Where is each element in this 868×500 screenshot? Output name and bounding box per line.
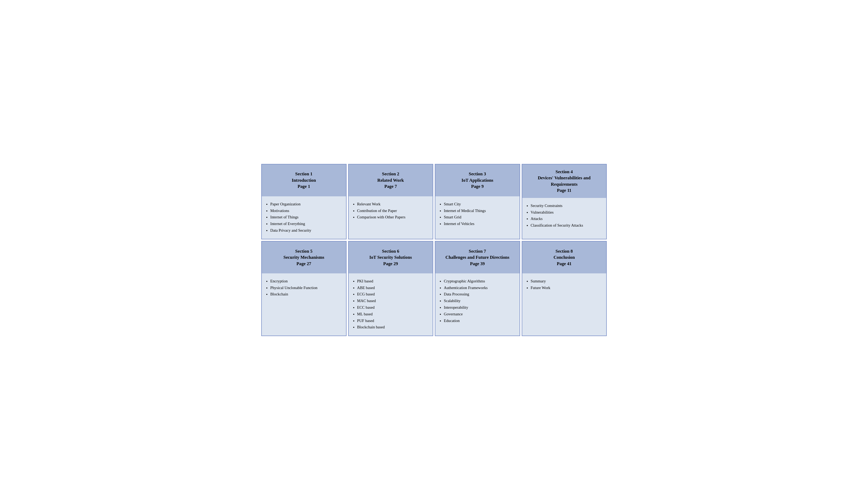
section-7-item-0: Cryptographic Algorithms (444, 278, 515, 284)
section-5-item-0: Encryption (270, 278, 342, 284)
section-3-list: Smart CityInternet of Medical ThingsSmar… (438, 201, 515, 227)
section-7-header-text: Section 7Challenges and Future Direction… (446, 248, 509, 267)
section-4-header-line-2: Page 11 (557, 188, 572, 193)
section-7-body: Cryptographic AlgorithmsAuthentication F… (435, 273, 520, 336)
section-6-item-2: ECG based (357, 291, 429, 297)
section-7-item-2: Data Processing (444, 291, 515, 297)
section-7-item-6: Education (444, 318, 515, 324)
section-4-list: Security ConstraintsVulnerabilitiesAttac… (525, 203, 602, 228)
section-7-list: Cryptographic AlgorithmsAuthentication F… (438, 278, 515, 324)
section-8-list: SummaryFuture Work (525, 278, 602, 291)
section-6-header-line-0: Section 6 (382, 249, 399, 254)
section-7-item-3: Scalability (444, 298, 515, 304)
section-3-header-line-1: IoT Applications (461, 178, 493, 183)
section-5-item-1: Physical Unclonable Function (270, 285, 342, 291)
section-3-item-3: Internet of Vehicles (444, 221, 515, 227)
section-5-header-text: Section 5Security MechanismsPage 27 (284, 248, 324, 267)
section-2-item-1: Contribution of the Paper (357, 208, 429, 214)
section-3-item-0: Smart City (444, 201, 515, 207)
section-8-header: Section 8ConclusionPage 41 (522, 241, 607, 273)
section-8-body: SummaryFuture Work (522, 273, 607, 336)
section-1-header-text: Section 1IntroductionPage 1 (292, 171, 316, 190)
section-2-header-line-0: Section 2 (382, 171, 399, 177)
section-2-item-0: Relevant Work (357, 201, 429, 207)
section-8-header-line-2: Page 41 (557, 261, 572, 266)
section-7-header-line-0: Section 7 (469, 249, 486, 254)
section-4-header: Section 4Devices' Vulnerabilities and Re… (522, 164, 607, 198)
section-1-header-line-2: Page 1 (298, 184, 310, 189)
section-7-item-4: Interoperability (444, 305, 515, 310)
section-8-header-line-0: Section 8 (555, 249, 573, 254)
section-1-item-4: Data Privacy and Security (270, 227, 342, 234)
section-2-header-text: Section 2Related WorkPage 7 (377, 171, 404, 190)
section-6-item-0: PKI based (357, 278, 429, 284)
section-7-header-line-2: Page 39 (470, 261, 485, 266)
section-2-header-line-1: Related Work (377, 178, 404, 183)
section-4-card: Section 4Devices' Vulnerabilities and Re… (522, 164, 607, 239)
section-3-header: Section 3IoT ApplicationsPage 9 (435, 164, 520, 196)
section-5-list: EncryptionPhysical Unclonable FunctionBl… (264, 278, 342, 297)
section-1-item-2: Internet of Things (270, 214, 342, 220)
section-1-item-3: Internet of Everything (270, 221, 342, 227)
section-6-item-5: ML based (357, 311, 429, 317)
section-8-item-1: Future Work (531, 285, 602, 291)
section-1-header-line-1: Introduction (292, 178, 316, 183)
section-7-header: Section 7Challenges and Future Direction… (435, 241, 520, 273)
section-6-header: Section 6IoT Security SolutionsPage 29 (349, 241, 433, 273)
section-3-body: Smart CityInternet of Medical ThingsSmar… (435, 196, 520, 239)
section-3-item-2: Smart Grid (444, 214, 515, 220)
section-6-header-line-1: IoT Security Solutions (369, 255, 412, 260)
section-8-item-0: Summary (531, 278, 602, 284)
section-6-header-line-2: Page 29 (383, 261, 398, 266)
section-2-header-line-2: Page 7 (384, 184, 397, 189)
section-2-body: Relevant WorkContribution of the PaperCo… (349, 196, 433, 239)
section-1-card: Section 1IntroductionPage 1Paper Organiz… (261, 164, 347, 239)
section-3-item-1: Internet of Medical Things (444, 208, 515, 214)
section-7-header-line-1: Challenges and Future Directions (446, 255, 509, 260)
section-2-header: Section 2Related WorkPage 7 (349, 164, 433, 196)
section-6-list: PKI basedABE basedECG basedMAC basedECC … (351, 278, 429, 330)
section-1-item-1: Motivations (270, 208, 342, 214)
section-3-card: Section 3IoT ApplicationsPage 9Smart Cit… (435, 164, 520, 239)
section-8-card: Section 8ConclusionPage 41SummaryFuture … (522, 241, 607, 336)
section-1-item-0: Paper Organization (270, 201, 342, 207)
section-4-header-text: Section 4Devices' Vulnerabilities and Re… (526, 169, 603, 194)
section-4-item-0: Security Constraints (531, 203, 602, 209)
section-6-item-7: Blockchain based (357, 324, 429, 330)
section-5-header-line-1: Security Mechanisms (284, 255, 324, 260)
section-4-header-line-0: Section 4 (555, 169, 573, 174)
section-1-header: Section 1IntroductionPage 1 (262, 164, 346, 196)
section-7-item-1: Authentication Frameworks (444, 285, 515, 291)
section-1-header-line-0: Section 1 (295, 171, 313, 177)
section-4-item-3: Classification of Security Attacks (531, 223, 602, 228)
section-6-card: Section 6IoT Security SolutionsPage 29PK… (348, 241, 433, 336)
section-1-body: Paper OrganizationMotivationsInternet of… (262, 196, 346, 239)
section-4-item-2: Attacks (531, 216, 602, 222)
section-5-header-line-0: Section 5 (295, 249, 313, 254)
section-5-item-2: Blockchain (270, 291, 342, 297)
section-7-card: Section 7Challenges and Future Direction… (435, 241, 520, 336)
section-6-item-1: ABE based (357, 285, 429, 291)
section-1-list: Paper OrganizationMotivationsInternet of… (264, 201, 342, 234)
section-2-card: Section 2Related WorkPage 7Relevant Work… (348, 164, 433, 239)
section-5-header-line-2: Page 27 (296, 261, 311, 266)
section-4-item-1: Vulnerabilities (531, 209, 602, 215)
section-2-list: Relevant WorkContribution of the PaperCo… (351, 201, 429, 220)
section-2-item-2: Comparison with Other Papers (357, 214, 429, 220)
section-5-card: Section 5Security MechanismsPage 27Encry… (261, 241, 347, 336)
section-6-item-3: MAC based (357, 298, 429, 304)
section-4-body: Security ConstraintsVulnerabilitiesAttac… (522, 198, 607, 239)
sections-grid: Section 1IntroductionPage 1Paper Organiz… (261, 164, 607, 336)
section-3-header-line-0: Section 3 (469, 171, 486, 177)
section-8-header-text: Section 8ConclusionPage 41 (554, 248, 575, 267)
section-5-header: Section 5Security MechanismsPage 27 (262, 241, 346, 273)
section-5-body: EncryptionPhysical Unclonable FunctionBl… (262, 273, 346, 336)
section-4-header-line-1: Devices' Vulnerabilities and Requirement… (538, 175, 590, 187)
section-7-item-5: Governance (444, 311, 515, 317)
section-6-item-4: ECC based (357, 305, 429, 310)
section-6-item-6: PUF based (357, 318, 429, 324)
section-6-body: PKI basedABE basedECG basedMAC basedECC … (349, 273, 433, 336)
section-6-header-text: Section 6IoT Security SolutionsPage 29 (369, 248, 412, 267)
section-3-header-line-2: Page 9 (471, 184, 484, 189)
section-8-header-line-1: Conclusion (554, 255, 575, 260)
